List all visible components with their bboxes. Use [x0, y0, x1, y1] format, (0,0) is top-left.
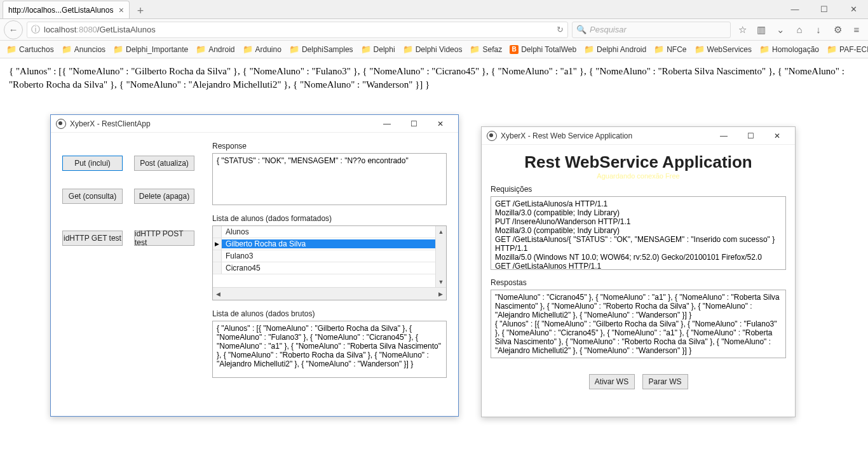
- app-icon: [487, 131, 497, 141]
- raw-text[interactable]: [212, 321, 447, 378]
- client-title: XyberX - RestClientApp: [70, 119, 151, 128]
- client-minimize-icon[interactable]: —: [374, 117, 400, 131]
- row-marker: [213, 262, 222, 274]
- reload-icon[interactable]: ↻: [557, 25, 564, 34]
- folder-icon: 📁: [62, 44, 72, 54]
- bookmark-item[interactable]: 📁WebServices: [695, 44, 752, 54]
- folder-icon: 📁: [584, 44, 594, 54]
- url-port: :8080: [76, 25, 97, 34]
- row-marker: ▶: [213, 238, 222, 250]
- page-body: { "Alunos" : [{ "NomeAluno" : "Gilberto …: [0, 58, 868, 98]
- window-close-icon[interactable]: ✕: [839, 0, 868, 18]
- rest-client-window: XyberX - RestClientApp — ☐ ✕ Put (inclui…: [50, 114, 459, 417]
- url-path: /GetListaAlunos: [97, 25, 156, 34]
- ativar-ws-button[interactable]: Ativar WS: [589, 374, 635, 389]
- new-tab-button[interactable]: +: [132, 3, 149, 18]
- folder-icon: 📁: [243, 44, 253, 54]
- rest-server-window: XyberX - Rest Web Service Application — …: [481, 126, 796, 417]
- bookmark-item[interactable]: 📁Android: [196, 44, 234, 54]
- url-host: localhost: [44, 25, 76, 34]
- search-icon: 🔍: [576, 25, 587, 34]
- server-minimize-icon[interactable]: —: [711, 129, 736, 143]
- folder-icon: 📁: [759, 44, 770, 54]
- put-button[interactable]: Put (inclui): [62, 156, 123, 171]
- window-maximize-icon[interactable]: ☐: [810, 0, 839, 18]
- server-heading: Rest WebService Application: [491, 152, 786, 172]
- folder-icon: 📁: [289, 44, 299, 54]
- browser-tab[interactable]: http://localhos...GetListaAlunos ×: [3, 1, 130, 18]
- get-button[interactable]: Get (consulta): [62, 189, 123, 204]
- menu-icon[interactable]: ≡: [849, 22, 864, 37]
- window-minimize-icon[interactable]: —: [780, 0, 810, 18]
- extension-icon[interactable]: ⚙: [830, 22, 845, 37]
- client-maximize-icon[interactable]: ☐: [401, 117, 426, 131]
- grid-scrollbar-v[interactable]: ▲ ▼: [435, 226, 446, 287]
- client-titlebar[interactable]: XyberX - RestClientApp — ☐ ✕: [51, 115, 458, 133]
- table-row[interactable]: Alunos: [213, 226, 446, 238]
- delete-button[interactable]: Delete (apaga): [134, 189, 194, 204]
- url-input[interactable]: ⓘ localhost:8080/GetListaAlunos ↻: [27, 22, 568, 38]
- response-label: Response: [212, 142, 447, 151]
- folder-icon: 📁: [6, 44, 17, 54]
- folder-icon: 📁: [361, 44, 371, 54]
- bookmark-item[interactable]: 📁Arduino: [243, 44, 281, 54]
- row-marker: [213, 250, 222, 262]
- alunos-grid[interactable]: Alunos▶Gilberto Rocha da SilvaFulano3Cic…: [212, 225, 447, 300]
- library-icon[interactable]: ▥: [754, 22, 769, 37]
- downloads-icon[interactable]: ↓: [811, 22, 826, 37]
- idhttp-get-button[interactable]: idHTTP GET test: [62, 231, 123, 246]
- folder-icon: 📁: [695, 44, 705, 54]
- scroll-up-icon[interactable]: ▲: [436, 226, 446, 237]
- bookmark-item[interactable]: 📁DelphiSamples: [289, 44, 353, 54]
- grid-scrollbar-h[interactable]: ◀ ▶: [213, 287, 446, 300]
- folder-icon: 📁: [196, 44, 206, 54]
- requests-text[interactable]: [491, 196, 786, 270]
- bookmark-item[interactable]: 📁Homologação: [759, 44, 819, 54]
- server-subheading: Aguardando conexão Free: [491, 172, 786, 180]
- table-row[interactable]: Fulano3: [213, 250, 446, 262]
- folder-icon: 📁: [827, 44, 837, 54]
- app-icon: [56, 119, 66, 129]
- bookmark-item[interactable]: 📁Delphi Videos: [403, 44, 463, 54]
- bookmark-item[interactable]: 📁Delphi_Importante: [113, 44, 188, 54]
- folder-icon: 📁: [403, 44, 413, 54]
- bookmark-item[interactable]: 📁NFCe: [654, 44, 686, 54]
- formatted-label: Lista de alunos (dados formatados): [212, 214, 447, 223]
- raw-label: Lista de alunos (dados brutos): [212, 309, 447, 318]
- site-info-icon[interactable]: ⓘ: [31, 24, 40, 36]
- browser-tabbar: http://localhos...GetListaAlunos × + — ☐…: [0, 0, 868, 19]
- back-button[interactable]: ←: [4, 20, 23, 39]
- pocket-icon[interactable]: ⌄: [773, 22, 788, 37]
- bookmark-item[interactable]: 📁Sefaz: [470, 44, 502, 54]
- bookmark-star-icon[interactable]: ☆: [735, 22, 750, 37]
- responses-text[interactable]: [491, 290, 786, 358]
- table-row[interactable]: ▶Gilberto Rocha da Silva: [213, 238, 446, 250]
- responses-label: Respostas: [491, 278, 786, 287]
- server-close-icon[interactable]: ✕: [764, 129, 790, 143]
- bookmark-item[interactable]: 📁Anuncios: [62, 44, 105, 54]
- bookmark-item[interactable]: 📁Cartuchos: [6, 44, 54, 54]
- row-marker: [213, 226, 222, 238]
- bookmark-item[interactable]: 📁Delphi Android: [584, 44, 646, 54]
- home-icon[interactable]: ⌂: [792, 22, 807, 37]
- bookmarks-bar: 📁Cartuchos📁Anuncios📁Delphi_Importante📁An…: [0, 41, 868, 58]
- idhttp-post-button[interactable]: idHTTP POST test: [134, 231, 194, 246]
- response-text[interactable]: [212, 153, 447, 205]
- bookmark-item[interactable]: BDelphi TotalWeb: [510, 45, 576, 54]
- scroll-right-icon[interactable]: ▶: [435, 288, 446, 300]
- folder-icon: 📁: [113, 44, 123, 54]
- server-titlebar[interactable]: XyberX - Rest Web Service Application — …: [482, 127, 795, 145]
- bookmark-item[interactable]: 📁PAF-ECF: [827, 44, 868, 54]
- post-button[interactable]: Post (atualiza): [134, 156, 194, 171]
- folder-icon: 📁: [470, 44, 480, 54]
- table-row[interactable]: Cicrano45: [213, 262, 446, 274]
- search-input[interactable]: 🔍 Pesquisar: [572, 22, 731, 38]
- client-close-icon[interactable]: ✕: [428, 117, 453, 131]
- parar-ws-button[interactable]: Parar WS: [642, 374, 688, 389]
- browser-navbar: ← ⓘ localhost:8080/GetListaAlunos ↻ 🔍 Pe…: [0, 19, 868, 41]
- bookmark-item[interactable]: 📁Delphi: [361, 44, 395, 54]
- tab-close-icon[interactable]: ×: [119, 5, 124, 15]
- scroll-left-icon[interactable]: ◀: [213, 288, 224, 300]
- scroll-down-icon[interactable]: ▼: [436, 276, 446, 287]
- server-maximize-icon[interactable]: ☐: [738, 129, 763, 143]
